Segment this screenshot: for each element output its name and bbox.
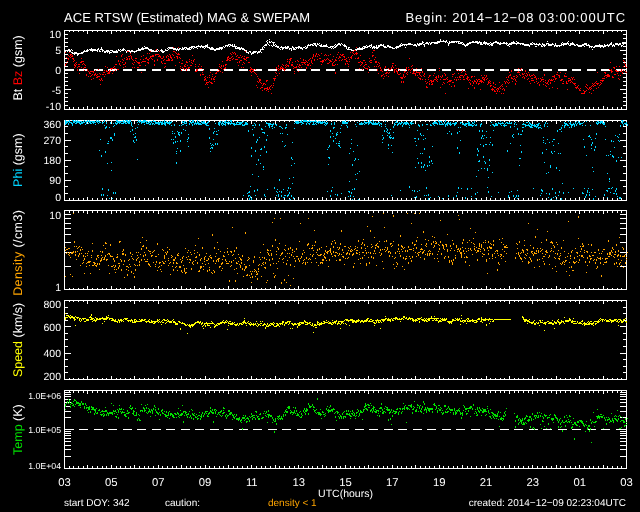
svg-text:13: 13 xyxy=(292,477,305,489)
svg-text:Speed (km/s): Speed (km/s) xyxy=(11,303,25,377)
svg-text:10: 10 xyxy=(49,29,61,41)
svg-text:ACE RTSW (Estimated) MAG & SWE: ACE RTSW (Estimated) MAG & SWEPAM xyxy=(64,10,310,25)
svg-text:Begin: 2014−12−08 03:00:00UTC: Begin: 2014−12−08 03:00:00UTC xyxy=(405,10,626,25)
svg-text:0: 0 xyxy=(55,192,61,204)
svg-text:23: 23 xyxy=(527,477,540,489)
svg-text:03: 03 xyxy=(58,477,71,489)
svg-text:600: 600 xyxy=(43,322,61,334)
svg-text:07: 07 xyxy=(152,477,165,489)
svg-text:5: 5 xyxy=(55,45,61,57)
svg-text:270: 270 xyxy=(43,135,61,147)
svg-text:Bt Bz (gsm): Bt Bz (gsm) xyxy=(11,35,25,100)
svg-text:10: 10 xyxy=(49,210,61,222)
svg-text:Temp (K): Temp (K) xyxy=(11,404,25,455)
svg-text:Phi (gsm): Phi (gsm) xyxy=(11,133,25,187)
svg-text:360: 360 xyxy=(43,119,61,131)
svg-text:21: 21 xyxy=(480,477,493,489)
svg-text:-5: -5 xyxy=(52,85,61,97)
svg-text:800: 800 xyxy=(43,299,61,311)
svg-text:400: 400 xyxy=(43,348,61,360)
svg-text:start DOY: 342: start DOY: 342 xyxy=(64,498,130,509)
svg-text:05: 05 xyxy=(105,477,118,489)
svg-text:09: 09 xyxy=(199,477,212,489)
svg-text:1.0E+06: 1.0E+06 xyxy=(28,391,61,401)
svg-text:1: 1 xyxy=(55,282,61,294)
svg-text:Density (/cm3): Density (/cm3) xyxy=(11,210,25,296)
svg-text:200: 200 xyxy=(43,371,61,383)
svg-text:0: 0 xyxy=(55,65,61,77)
svg-text:1.0E+04: 1.0E+04 xyxy=(28,461,61,471)
svg-text:90: 90 xyxy=(49,175,61,187)
svg-text:1.0E+05: 1.0E+05 xyxy=(28,425,61,435)
svg-text:created: 2014−12−09 02:23:04UT: created: 2014−12−09 02:23:04UTC xyxy=(469,498,626,509)
svg-text:17: 17 xyxy=(386,477,399,489)
svg-text:11: 11 xyxy=(246,477,258,489)
svg-text:density < 1: density < 1 xyxy=(268,498,317,509)
svg-text:UTC(hours): UTC(hours) xyxy=(318,488,373,500)
svg-text:01: 01 xyxy=(573,477,586,489)
svg-text:caution:: caution: xyxy=(165,498,200,509)
svg-text:180: 180 xyxy=(43,155,61,167)
svg-text:-10: -10 xyxy=(46,101,61,113)
svg-text:03: 03 xyxy=(620,477,633,489)
svg-text:19: 19 xyxy=(433,477,446,489)
